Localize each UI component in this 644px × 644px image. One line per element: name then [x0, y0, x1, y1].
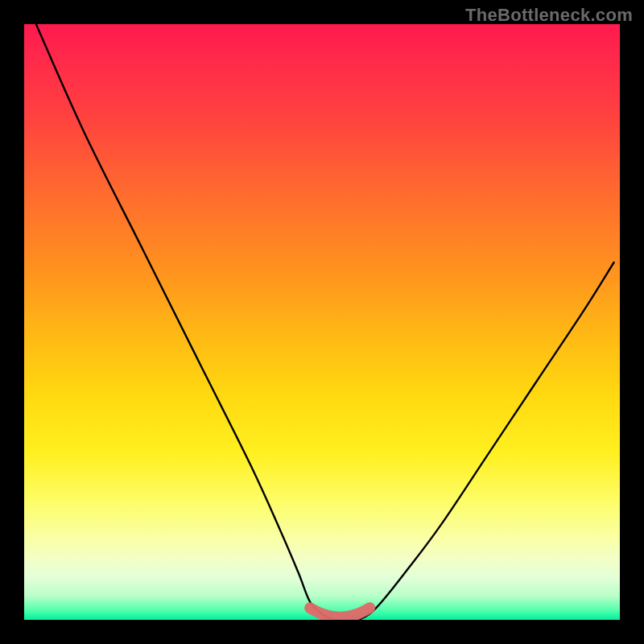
chart-stage: TheBottleneck.com	[0, 0, 644, 644]
chart-gradient-bg	[24, 24, 620, 620]
plot-area	[24, 24, 620, 620]
watermark-label: TheBottleneck.com	[465, 5, 633, 26]
